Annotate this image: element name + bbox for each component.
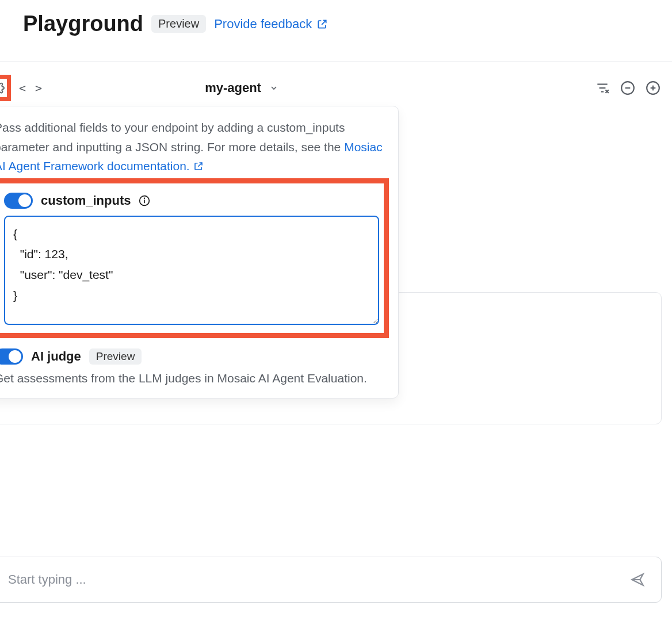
- code-toggle-button[interactable]: < >: [17, 80, 45, 96]
- panel-description-text: Pass additional fields to your endpoint …: [0, 121, 345, 154]
- preview-badge: Preview: [151, 15, 206, 33]
- settings-button[interactable]: [0, 80, 6, 96]
- chat-input-bar: [0, 557, 662, 603]
- provide-feedback-link[interactable]: Provide feedback: [214, 17, 328, 32]
- custom-inputs-highlight: custom_inputs: [0, 178, 389, 338]
- custom-inputs-label: custom_inputs: [41, 193, 131, 208]
- svg-point-13: [144, 198, 145, 198]
- chevron-down-icon: [269, 83, 278, 93]
- filter-clear-icon: [595, 81, 610, 95]
- external-link-icon: [193, 161, 204, 171]
- feedback-label: Provide feedback: [214, 17, 312, 32]
- clear-filter-button[interactable]: [594, 79, 611, 97]
- minus-circle-icon: [620, 81, 635, 95]
- page-title: Playground: [23, 12, 143, 36]
- ai-judge-label: AI judge: [31, 349, 81, 364]
- ai-judge-toggle[interactable]: [0, 348, 23, 365]
- custom-inputs-toggle[interactable]: [4, 193, 33, 209]
- ai-judge-badge: Preview: [89, 348, 142, 365]
- plus-circle-icon: [646, 81, 660, 95]
- settings-button-highlight: [0, 75, 11, 101]
- custom-inputs-textarea[interactable]: [4, 216, 379, 325]
- endpoint-name: my-agent: [205, 81, 261, 95]
- ai-judge-description: Get assessments from the LLM judges in M…: [0, 371, 389, 385]
- panel-description: Pass additional fields to your endpoint …: [0, 118, 389, 176]
- external-link-icon: [316, 18, 328, 30]
- chat-input[interactable]: [7, 572, 627, 588]
- settings-panel: Pass additional fields to your endpoint …: [0, 106, 399, 399]
- send-icon: [630, 572, 645, 587]
- endpoint-selector[interactable]: my-agent: [201, 80, 282, 96]
- add-button[interactable]: [644, 79, 662, 97]
- gear-icon: [0, 81, 5, 95]
- remove-button[interactable]: [619, 79, 636, 97]
- info-icon[interactable]: [139, 195, 150, 206]
- send-button[interactable]: [627, 572, 648, 588]
